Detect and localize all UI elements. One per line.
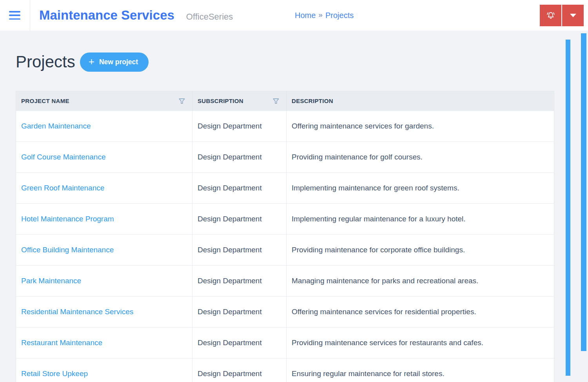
project-name-link[interactable]: Hotel Maintenance Program (21, 215, 114, 223)
table-row: Green Roof Maintenance Design Department… (16, 173, 554, 204)
subscription-cell: Design Department (192, 173, 287, 204)
description-cell: Offering maintenance services for garden… (287, 111, 554, 142)
column-label: PROJECT NAME (21, 98, 69, 104)
project-name-link[interactable]: Retail Store Upkeep (21, 369, 88, 378)
plus-icon: + (89, 56, 94, 67)
breadcrumb-projects-link[interactable]: Projects (325, 11, 354, 20)
table-row: Golf Course Maintenance Design Departmen… (16, 142, 554, 173)
description-cell: Providing maintenance for golf courses. (287, 142, 554, 173)
project-name-link[interactable]: Golf Course Maintenance (21, 153, 105, 161)
breadcrumb: Home » Projects (295, 0, 354, 31)
breadcrumb-separator-icon: » (318, 11, 323, 19)
project-name-link[interactable]: Garden Maintenance (21, 122, 91, 130)
project-name-link[interactable]: Residential Maintenance Services (21, 308, 133, 316)
app-header: Maintenance Services OfficeSeries Home »… (0, 0, 588, 31)
description-cell: Providing maintenance services for resta… (287, 328, 554, 358)
menu-icon[interactable] (9, 11, 20, 20)
page-title: Projects (16, 51, 75, 73)
table-row: Residential Maintenance Services Design … (16, 297, 554, 328)
description-cell: Managing maintenance for parks and recre… (287, 266, 554, 297)
description-cell: Providing maintenance for corporate offi… (287, 235, 554, 266)
new-project-label: New project (99, 58, 138, 66)
table-row: Office Building Maintenance Design Depar… (16, 235, 554, 266)
filter-icon[interactable] (272, 98, 279, 105)
subscription-cell: Design Department (192, 297, 287, 328)
description-cell: Offering maintenance services for reside… (287, 297, 554, 328)
column-label: DESCRIPTION (292, 98, 333, 104)
column-header-subscription[interactable]: SUBSCRIPTION (192, 91, 287, 111)
subscription-cell: Design Department (192, 358, 287, 382)
table-row: Restaurant Maintenance Design Department… (16, 328, 554, 358)
subscription-cell: Design Department (192, 266, 287, 297)
table-row: Hotel Maintenance Program Design Departm… (16, 204, 554, 235)
account-menu-button[interactable] (562, 5, 584, 26)
table-scrollbar[interactable] (566, 40, 570, 376)
description-cell: Implementing maintenance for green roof … (287, 173, 554, 204)
new-project-button[interactable]: + New project (80, 53, 149, 72)
project-name-link[interactable]: Restaurant Maintenance (21, 339, 102, 347)
caret-down-icon (570, 14, 576, 17)
bell-icon (545, 10, 556, 21)
subscription-cell: Design Department (192, 328, 287, 358)
subscription-cell: Design Department (192, 111, 287, 142)
subscription-cell: Design Department (192, 204, 287, 235)
project-name-link[interactable]: Park Maintenance (21, 277, 81, 285)
description-cell: Implementing regular maintenance for a l… (287, 204, 554, 235)
column-label: SUBSCRIPTION (198, 98, 243, 104)
suite-name: OfficeSeries (186, 12, 233, 22)
page-head: Projects + New project (16, 51, 149, 73)
project-name-link[interactable]: Green Roof Maintenance (21, 184, 104, 192)
subscription-cell: Design Department (192, 235, 287, 266)
app-title: Maintenance Services (39, 8, 174, 23)
subscription-cell: Design Department (192, 142, 287, 173)
project-name-link[interactable]: Office Building Maintenance (21, 246, 114, 254)
table-row: Retail Store Upkeep Design Department En… (16, 358, 554, 382)
column-header-project-name[interactable]: PROJECT NAME (16, 91, 192, 111)
description-cell: Ensuring regular maintenance for retail … (287, 358, 554, 382)
header-actions (540, 5, 584, 26)
column-header-description: DESCRIPTION (287, 91, 554, 111)
notifications-button[interactable] (540, 5, 561, 26)
breadcrumb-home-link[interactable]: Home (295, 11, 316, 20)
header-divider (30, 0, 30, 31)
table-row: Park Maintenance Design Department Manag… (16, 266, 554, 297)
brand: Maintenance Services OfficeSeries (39, 0, 233, 31)
table-header-row: PROJECT NAME SUBSCRIPTION (16, 91, 554, 111)
page-scrollbar[interactable] (581, 33, 586, 351)
table-row: Garden Maintenance Design Department Off… (16, 111, 554, 142)
projects-table: PROJECT NAME SUBSCRIPTION (16, 91, 554, 382)
projects-table-body: Garden Maintenance Design Department Off… (16, 111, 554, 382)
filter-icon[interactable] (178, 98, 185, 105)
